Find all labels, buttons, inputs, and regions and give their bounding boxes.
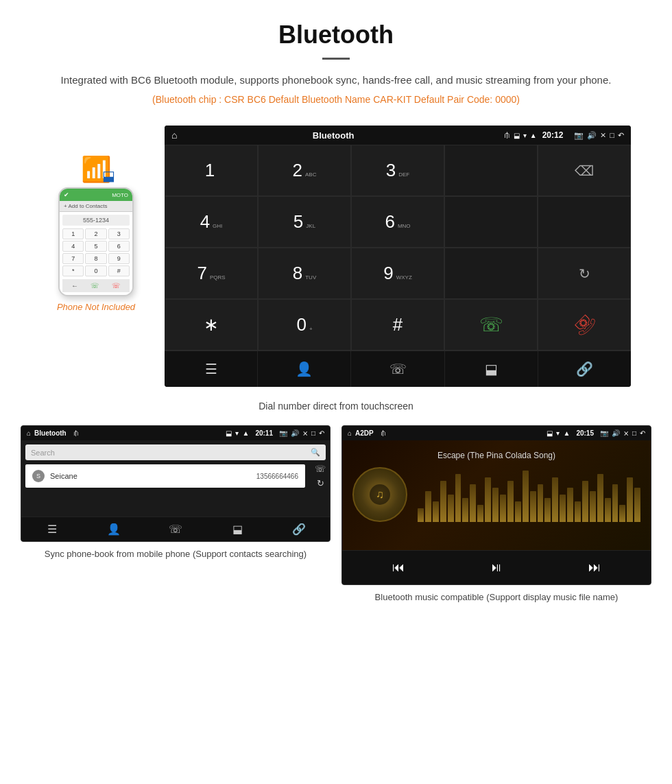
pb-win: □ <box>311 429 315 437</box>
pb-bt-icon[interactable]: ⬓ <box>206 523 268 536</box>
dial-6[interactable]: 6MNO <box>351 196 444 248</box>
pb-grid-icon[interactable]: ☰ <box>21 523 83 536</box>
contacts-icon[interactable]: 👤 <box>258 351 351 387</box>
music-usb-icon: ⫛ <box>380 429 387 437</box>
status-time: 20:12 <box>542 130 564 140</box>
pb-call-icon[interactable]: ☏ <box>145 523 206 536</box>
contact-letter: S <box>32 470 45 482</box>
music-title: A2DP <box>355 429 374 437</box>
bluetooth-icon[interactable]: ⬓ <box>445 351 538 387</box>
phone-dialpad-grid: 1 2 3 4 5 6 7 8 9 * 0 # <box>62 228 130 276</box>
phonebook-search[interactable]: Search 🔍 <box>25 444 326 460</box>
equalizer-bars <box>418 467 640 522</box>
pb-bottom-bar: ☰ 👤 ☏ ⬓ 🔗 <box>21 516 330 541</box>
dial-9[interactable]: 9WXYZ <box>351 248 444 299</box>
music-sig-icon: ▲ <box>563 429 570 437</box>
pb-link-icon[interactable]: 🔗 <box>268 523 330 536</box>
music-content: ♫ <box>352 467 640 522</box>
dial-2[interactable]: 2ABC <box>258 145 351 196</box>
link-icon[interactable]: 🔗 <box>538 351 631 387</box>
phone-frame: ✔ MOTO + Add to Contacts 555-1234 1 2 3 … <box>58 187 134 296</box>
phone-key-star: * <box>62 265 84 276</box>
dial-star[interactable]: ∗ <box>165 299 258 351</box>
music-x: ⨯ <box>623 429 629 437</box>
phone-key-5: 5 <box>85 241 106 252</box>
dial-hash[interactable]: # <box>351 299 444 351</box>
music-vol: 🔊 <box>612 429 620 437</box>
music-caption: Bluetooth music compatible (Support disp… <box>375 591 619 604</box>
dial-8[interactable]: 8TUV <box>258 248 351 299</box>
dial-7[interactable]: 7PQRS <box>165 248 258 299</box>
car-screen-dial: ⌂ Bluetooth ⫛ ⬓ ▾ ▲ 20:12 📷 🔊 ⨯ □ ↶ 1 2A… <box>165 126 631 387</box>
dial-empty-r2c5 <box>538 196 631 248</box>
main-section: 📶 ⬓ ✔ MOTO + Add to Contacts 555-1234 1 … <box>0 126 672 387</box>
contact-area: S Seicane 13566664466 ☏ ↻ <box>21 464 330 488</box>
dial-4[interactable]: 4GHI <box>165 196 258 248</box>
music-time: 20:15 <box>576 429 594 437</box>
phone-key-0: 0 <box>85 265 106 276</box>
phonebook-status-bar: ⌂ Bluetooth ⫛ ⬓ ▾ ▲ 20:11 📷 🔊 ⨯ □ ↶ <box>21 426 330 440</box>
pb-cam: 📷 <box>279 429 287 437</box>
phone-end-icon: ☏ <box>112 282 121 289</box>
header-divider <box>322 58 350 60</box>
pb-time: 20:11 <box>255 429 273 437</box>
dial-1[interactable]: 1 <box>165 145 258 196</box>
dial-5[interactable]: 5JKL <box>258 196 351 248</box>
album-art: ♫ <box>352 467 407 522</box>
dial-empty-r1c4 <box>444 145 538 196</box>
phone-icon[interactable]: ☏ <box>351 351 444 387</box>
pb-bt-icon: ⬓ <box>226 429 232 437</box>
phone-call-icon: ☏ <box>91 282 99 289</box>
pb-person-icon[interactable]: 👤 <box>83 523 145 536</box>
music-status-bar: ⌂ A2DP ⫛ ⬓ ▾ ▲ 20:15 📷 🔊 ⨯ □ ↶ <box>342 426 651 440</box>
phone-back-icon: ← <box>71 282 78 289</box>
pb-title: Bluetooth <box>34 429 67 437</box>
bottom-screenshots: ⌂ Bluetooth ⫛ ⬓ ▾ ▲ 20:11 📷 🔊 ⨯ □ ↶ Sear… <box>0 425 672 618</box>
search-placeholder: Search <box>31 449 55 457</box>
search-icon: 🔍 <box>311 448 320 457</box>
page-description: Integrated with BC6 Bluetooth module, su… <box>27 72 645 88</box>
dial-call-red[interactable]: ☏ <box>538 299 631 351</box>
signal-icon: ▲ <box>530 132 537 139</box>
phone-key-2: 2 <box>85 228 106 239</box>
screen-icon: □ <box>610 131 614 140</box>
pb-right-phone-icon: ☏ <box>315 464 326 474</box>
x-icon: ⨯ <box>600 131 606 140</box>
contact-row[interactable]: S Seicane 13566664466 <box>25 464 305 488</box>
prev-track-button[interactable]: ⏮ <box>385 558 411 578</box>
dial-call-green[interactable]: ☏ <box>444 299 538 351</box>
location-icon: ▾ <box>523 132 527 139</box>
pb-spacer <box>21 489 330 516</box>
volume-icon: 🔊 <box>587 131 597 140</box>
dial-empty-r2c4 <box>444 196 538 248</box>
dial-3[interactable]: 3DEF <box>351 145 444 196</box>
phone-dialpad: 555-1234 1 2 3 4 5 6 7 8 9 * 0 # ← <box>60 212 132 295</box>
phone-key-4: 4 <box>62 241 84 252</box>
dial-backspace[interactable]: ⌫ <box>538 145 631 196</box>
pb-x: ⨯ <box>302 429 308 437</box>
phone-key-8: 8 <box>85 253 106 264</box>
phone-key-hash: # <box>108 265 130 276</box>
page-header: Bluetooth Integrated with BC6 Bluetooth … <box>0 0 672 126</box>
play-pause-button[interactable]: ⏯ <box>483 558 509 578</box>
status-right-icons: 📷 🔊 ⨯ □ ↶ <box>574 131 624 140</box>
music-win: □ <box>632 429 636 437</box>
music-block: ⌂ A2DP ⫛ ⬓ ▾ ▲ 20:15 📷 🔊 ⨯ □ ↶ Escape (T… <box>341 425 651 604</box>
contact-name: Seicane <box>50 472 256 480</box>
dial-0[interactable]: 0+ <box>258 299 351 351</box>
pb-home-icon: ⌂ <box>27 429 31 437</box>
music-main-area: Escape (The Pina Colada Song) ♫ <box>342 440 651 550</box>
phone-top-bar: ✔ MOTO <box>60 189 132 201</box>
pb-vol: 🔊 <box>291 429 299 437</box>
phone-key-7: 7 <box>62 253 84 264</box>
next-track-button[interactable]: ⏭ <box>581 558 608 578</box>
dial-empty-r3c4 <box>444 248 538 299</box>
phone-key-1: 1 <box>62 228 84 239</box>
phonebook-caption: Sync phone-book from mobile phone (Suppo… <box>45 547 307 561</box>
dial-caption: Dial number direct from touchscreen <box>0 401 672 412</box>
dialpad-icon[interactable]: ☰ <box>165 351 258 387</box>
dial-refresh[interactable]: ↻ <box>538 248 631 299</box>
pb-usb-icon: ⫛ <box>73 429 80 437</box>
bluetooth-status-icon: ⬓ <box>514 132 520 139</box>
pb-right-refresh-icon: ↻ <box>317 478 324 488</box>
